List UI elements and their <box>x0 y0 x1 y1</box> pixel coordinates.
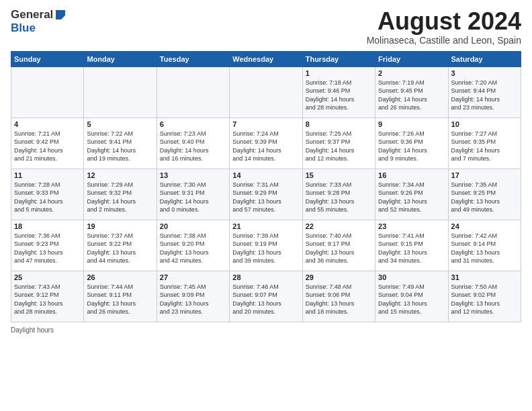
day-number: 12 <box>87 171 153 179</box>
day-info: Sunrise: 7:27 AM Sunset: 9:35 PM Dayligh… <box>451 130 518 163</box>
day-number: 6 <box>160 120 226 128</box>
calendar-header: SundayMondayTuesdayWednesdayThursdayFrid… <box>11 51 521 66</box>
day-cell: 3Sunrise: 7:20 AM Sunset: 9:44 PM Daylig… <box>448 66 521 118</box>
day-number: 18 <box>14 222 81 230</box>
day-cell: 12Sunrise: 7:29 AM Sunset: 9:32 PM Dayli… <box>84 169 157 220</box>
day-cell: 5Sunrise: 7:22 AM Sunset: 9:41 PM Daylig… <box>84 118 157 169</box>
day-number: 28 <box>232 273 299 281</box>
week-row-1: 1Sunrise: 7:18 AM Sunset: 9:46 PM Daylig… <box>11 66 521 118</box>
day-cell: 28Sunrise: 7:46 AM Sunset: 9:07 PM Dayli… <box>230 271 302 322</box>
day-cell: 21Sunrise: 7:39 AM Sunset: 9:19 PM Dayli… <box>230 220 302 271</box>
day-number: 1 <box>306 69 372 77</box>
day-cell: 10Sunrise: 7:27 AM Sunset: 9:35 PM Dayli… <box>448 118 521 169</box>
day-info: Sunrise: 7:34 AM Sunset: 9:26 PM Dayligh… <box>378 181 445 214</box>
day-cell: 14Sunrise: 7:31 AM Sunset: 9:29 PM Dayli… <box>230 169 302 220</box>
day-cell: 17Sunrise: 7:35 AM Sunset: 9:25 PM Dayli… <box>448 169 521 220</box>
day-number: 31 <box>451 273 518 281</box>
day-number: 15 <box>306 171 372 179</box>
week-row-4: 18Sunrise: 7:36 AM Sunset: 9:23 PM Dayli… <box>11 220 521 271</box>
day-info: Sunrise: 7:28 AM Sunset: 9:33 PM Dayligh… <box>14 181 81 214</box>
day-cell: 16Sunrise: 7:34 AM Sunset: 9:26 PM Dayli… <box>375 169 448 220</box>
day-number: 14 <box>232 171 299 179</box>
day-number: 27 <box>160 273 226 281</box>
day-number: 16 <box>378 171 445 179</box>
header: General Blue August 2024 Molinaseca, Cas… <box>11 8 521 46</box>
day-cell: 27Sunrise: 7:45 AM Sunset: 9:09 PM Dayli… <box>157 271 229 322</box>
day-number: 7 <box>232 120 299 128</box>
day-number: 24 <box>451 222 518 230</box>
day-info: Sunrise: 7:49 AM Sunset: 9:04 PM Dayligh… <box>378 283 445 316</box>
day-cell: 8Sunrise: 7:25 AM Sunset: 9:37 PM Daylig… <box>302 118 375 169</box>
day-number: 17 <box>451 171 518 179</box>
day-info: Sunrise: 7:45 AM Sunset: 9:09 PM Dayligh… <box>160 283 226 316</box>
day-info: Sunrise: 7:42 AM Sunset: 9:14 PM Dayligh… <box>451 232 518 265</box>
page: General Blue August 2024 Molinaseca, Cas… <box>0 0 532 339</box>
calendar-subtitle: Molinaseca, Castille and Leon, Spain <box>367 35 521 46</box>
day-info: Sunrise: 7:33 AM Sunset: 9:28 PM Dayligh… <box>306 181 372 214</box>
day-cell: 1Sunrise: 7:18 AM Sunset: 9:46 PM Daylig… <box>302 66 375 118</box>
day-cell: 9Sunrise: 7:26 AM Sunset: 9:36 PM Daylig… <box>375 118 448 169</box>
day-number: 11 <box>14 171 81 179</box>
calendar-title: August 2024 <box>367 8 521 35</box>
day-number: 4 <box>14 120 81 128</box>
day-cell: 13Sunrise: 7:30 AM Sunset: 9:31 PM Dayli… <box>157 169 229 220</box>
svg-marker-0 <box>56 10 65 19</box>
day-number: 13 <box>160 171 226 179</box>
day-info: Sunrise: 7:30 AM Sunset: 9:31 PM Dayligh… <box>160 181 226 214</box>
day-info: Sunrise: 7:38 AM Sunset: 9:20 PM Dayligh… <box>160 232 226 265</box>
logo-general: General <box>11 8 53 21</box>
day-number: 19 <box>87 222 153 230</box>
footer: Daylight hours <box>11 326 521 334</box>
day-number: 3 <box>451 69 518 77</box>
day-cell: 6Sunrise: 7:23 AM Sunset: 9:40 PM Daylig… <box>157 118 229 169</box>
day-info: Sunrise: 7:43 AM Sunset: 9:12 PM Dayligh… <box>14 283 81 316</box>
header-cell-tuesday: Tuesday <box>157 51 229 66</box>
day-cell: 11Sunrise: 7:28 AM Sunset: 9:33 PM Dayli… <box>11 169 84 220</box>
day-cell: 4Sunrise: 7:21 AM Sunset: 9:42 PM Daylig… <box>11 118 84 169</box>
day-number: 23 <box>378 222 445 230</box>
day-number: 21 <box>232 222 299 230</box>
header-cell-saturday: Saturday <box>448 51 521 66</box>
day-info: Sunrise: 7:46 AM Sunset: 9:07 PM Dayligh… <box>232 283 299 316</box>
day-cell: 25Sunrise: 7:43 AM Sunset: 9:12 PM Dayli… <box>11 271 84 322</box>
day-info: Sunrise: 7:44 AM Sunset: 9:11 PM Dayligh… <box>87 283 153 316</box>
day-cell: 19Sunrise: 7:37 AM Sunset: 9:22 PM Dayli… <box>84 220 157 271</box>
header-cell-monday: Monday <box>84 51 157 66</box>
header-cell-friday: Friday <box>375 51 448 66</box>
day-cell: 31Sunrise: 7:50 AM Sunset: 9:02 PM Dayli… <box>448 271 521 322</box>
day-cell: 29Sunrise: 7:48 AM Sunset: 9:06 PM Dayli… <box>302 271 375 322</box>
day-number: 29 <box>306 273 372 281</box>
day-number: 8 <box>306 120 372 128</box>
day-number: 25 <box>14 273 81 281</box>
header-cell-thursday: Thursday <box>302 51 375 66</box>
day-info: Sunrise: 7:23 AM Sunset: 9:40 PM Dayligh… <box>160 130 226 163</box>
title-block: August 2024 Molinaseca, Castille and Leo… <box>367 8 521 46</box>
day-number: 10 <box>451 120 518 128</box>
header-cell-wednesday: Wednesday <box>230 51 302 66</box>
week-row-2: 4Sunrise: 7:21 AM Sunset: 9:42 PM Daylig… <box>11 118 521 169</box>
day-info: Sunrise: 7:19 AM Sunset: 9:45 PM Dayligh… <box>378 79 445 112</box>
day-number: 30 <box>378 273 445 281</box>
day-cell: 22Sunrise: 7:40 AM Sunset: 9:17 PM Dayli… <box>302 220 375 271</box>
day-number: 22 <box>306 222 372 230</box>
day-cell: 24Sunrise: 7:42 AM Sunset: 9:14 PM Dayli… <box>448 220 521 271</box>
day-cell <box>84 66 157 118</box>
day-cell: 7Sunrise: 7:24 AM Sunset: 9:39 PM Daylig… <box>230 118 302 169</box>
day-info: Sunrise: 7:37 AM Sunset: 9:22 PM Dayligh… <box>87 232 153 265</box>
header-cell-sunday: Sunday <box>11 51 84 66</box>
day-cell: 20Sunrise: 7:38 AM Sunset: 9:20 PM Dayli… <box>157 220 229 271</box>
day-cell: 23Sunrise: 7:41 AM Sunset: 9:15 PM Dayli… <box>375 220 448 271</box>
logo-line-2: Blue <box>11 21 36 35</box>
day-number: 20 <box>160 222 226 230</box>
header-row: SundayMondayTuesdayWednesdayThursdayFrid… <box>11 51 521 66</box>
day-info: Sunrise: 7:20 AM Sunset: 9:44 PM Dayligh… <box>451 79 518 112</box>
day-info: Sunrise: 7:24 AM Sunset: 9:39 PM Dayligh… <box>232 130 299 163</box>
day-info: Sunrise: 7:29 AM Sunset: 9:32 PM Dayligh… <box>87 181 153 214</box>
day-cell <box>157 66 229 118</box>
day-info: Sunrise: 7:39 AM Sunset: 9:19 PM Dayligh… <box>232 232 299 265</box>
day-cell: 2Sunrise: 7:19 AM Sunset: 9:45 PM Daylig… <box>375 66 448 118</box>
day-cell <box>230 66 302 118</box>
day-number: 2 <box>378 69 445 77</box>
day-info: Sunrise: 7:48 AM Sunset: 9:06 PM Dayligh… <box>306 283 372 316</box>
logo: General Blue <box>11 8 66 35</box>
